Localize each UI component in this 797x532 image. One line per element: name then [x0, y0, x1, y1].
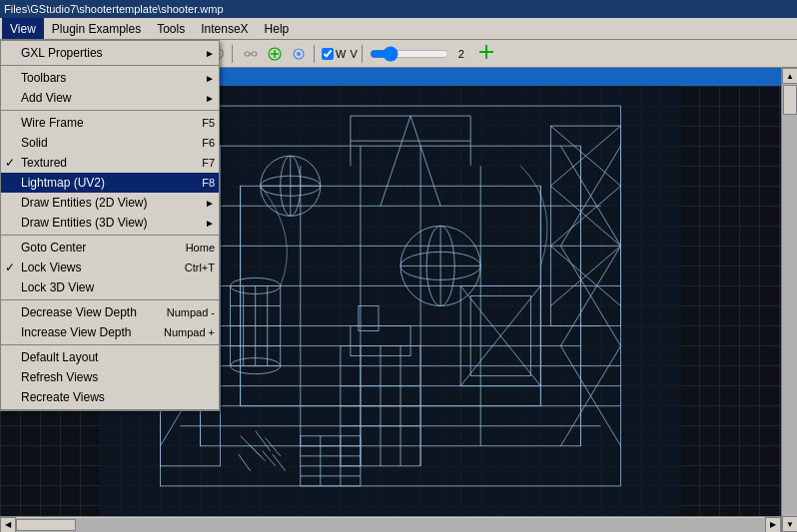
horizontal-scrollbar: ◀ ▶: [0, 516, 781, 532]
menu-increase-depth-label: Increase View Depth: [21, 325, 132, 339]
hscroll-left-btn[interactable]: ◀: [0, 517, 16, 533]
menu-gxl-label: GXL Properties: [21, 46, 103, 60]
menu-lightmap-label: Lightmap (UV2): [21, 176, 105, 190]
menu-default-layout[interactable]: Default Layout: [1, 347, 219, 367]
menu-add-view[interactable]: Add View ►: [1, 88, 219, 108]
toolbar-target[interactable]: [288, 43, 310, 65]
vscroll-up-btn[interactable]: ▲: [782, 68, 797, 84]
main-content: GXL Properties ► Toolbars ► Add View ► W…: [0, 68, 797, 532]
lock-views-check-icon: ✓: [5, 261, 15, 274]
draw-2d-arrow-icon: ►: [205, 198, 215, 209]
toolbar-sep-2: [232, 45, 236, 63]
toolbars-arrow-icon: ►: [205, 73, 215, 84]
menu-recreate-views-label: Recreate Views: [21, 390, 105, 404]
menu-toolbars[interactable]: Toolbars ►: [1, 68, 219, 88]
menu-section-layout: Default Layout Refresh Views Recreate Vi…: [1, 345, 219, 410]
menu-lock-views[interactable]: ✓ Lock Views Ctrl+T: [1, 258, 219, 277]
wire-frame-shortcut: F5: [182, 117, 215, 129]
menu-goto-center-label: Goto Center: [21, 241, 86, 255]
menu-add-view-label: Add View: [21, 91, 71, 105]
menu-draw-2d[interactable]: Draw Entities (2D View) ►: [1, 193, 219, 213]
menu-recreate-views[interactable]: Recreate Views: [1, 387, 219, 407]
w-label: W: [336, 48, 346, 60]
menu-section-depth: Decrease View Depth Numpad - Increase Vi…: [1, 300, 219, 345]
menu-lock-3d[interactable]: Lock 3D View: [1, 277, 219, 297]
menu-textured-label: Textured: [21, 156, 67, 170]
lock-views-shortcut: Ctrl+T: [165, 262, 215, 273]
vscroll-track[interactable]: [782, 84, 797, 516]
menu-lock-3d-label: Lock 3D View: [21, 280, 94, 294]
vscroll-down-btn[interactable]: ▼: [782, 516, 797, 532]
menu-refresh-views[interactable]: Refresh Views: [1, 367, 219, 387]
menu-wire-frame-label: Wire Frame: [21, 116, 84, 130]
title-text: Files\GStudio7\shootertemplate\shooter.w…: [4, 3, 224, 15]
menu-intensex[interactable]: IntenseX: [193, 18, 256, 39]
view-menu-dropdown: GXL Properties ► Toolbars ► Add View ► W…: [0, 40, 220, 411]
menu-lightmap[interactable]: Lightmap (UV2) F8: [1, 173, 219, 193]
vertical-scrollbar: ▲ ▼: [781, 68, 797, 532]
solid-shortcut: F6: [182, 137, 215, 149]
menu-solid-label: Solid: [21, 136, 48, 150]
menu-toolbars-label: Toolbars: [21, 71, 66, 85]
menu-default-layout-label: Default Layout: [21, 350, 98, 364]
menu-section-toolbars: Toolbars ► Add View ►: [1, 66, 219, 111]
menu-plugin-examples[interactable]: Plugin Examples: [44, 18, 149, 39]
textured-check-icon: ✓: [5, 156, 15, 170]
svg-rect-9: [245, 52, 250, 56]
menu-wire-frame[interactable]: Wire Frame F5: [1, 113, 219, 133]
menu-draw-3d[interactable]: Draw Entities (3D View) ►: [1, 213, 219, 233]
toolbar-slider[interactable]: [370, 46, 449, 62]
toolbar-w-checkbox[interactable]: W: [322, 48, 346, 60]
menu-solid[interactable]: Solid F6: [1, 133, 219, 153]
menu-draw-3d-label: Draw Entities (3D View): [21, 216, 147, 230]
menu-section-gxl: GXL Properties ►: [1, 41, 219, 66]
hscroll-thumb[interactable]: [16, 519, 76, 531]
menu-increase-depth[interactable]: Increase View Depth Numpad +: [1, 322, 219, 342]
toolbar-link[interactable]: [240, 43, 262, 65]
menu-refresh-views-label: Refresh Views: [21, 370, 98, 384]
draw-3d-arrow-icon: ►: [205, 218, 215, 229]
menu-gxl-properties[interactable]: GXL Properties ►: [1, 43, 219, 63]
menu-section-views: Wire Frame F5 Solid F6 ✓ Textured F7 Lig…: [1, 111, 219, 236]
toolbar-slider-value: 2: [451, 48, 471, 60]
menu-tools[interactable]: Tools: [149, 18, 193, 39]
v-label: V: [350, 48, 357, 60]
toolbar-sep-4: [362, 45, 366, 63]
increase-depth-shortcut: Numpad +: [144, 326, 215, 338]
menu-draw-2d-label: Draw Entities (2D View): [21, 196, 147, 210]
lightmap-shortcut: F8: [182, 177, 215, 189]
toolbar-sep-3: [314, 45, 318, 63]
menu-section-navigation: Goto Center Home ✓ Lock Views Ctrl+T Loc…: [1, 236, 219, 300]
menu-help[interactable]: Help: [257, 18, 298, 39]
gxl-arrow-icon: ►: [205, 48, 215, 59]
goto-center-shortcut: Home: [166, 242, 215, 254]
decrease-depth-shortcut: Numpad -: [147, 306, 215, 318]
w-check[interactable]: [322, 48, 334, 60]
hscroll-right-btn[interactable]: ▶: [765, 517, 781, 533]
add-view-arrow-icon: ►: [205, 93, 215, 104]
menu-textured[interactable]: ✓ Textured F7: [1, 153, 219, 173]
hscroll-track[interactable]: [16, 518, 765, 532]
svg-point-16: [297, 52, 301, 56]
toolbar-v-checkbox[interactable]: V: [350, 48, 357, 60]
menu-decrease-depth-label: Decrease View Depth: [21, 305, 137, 319]
svg-rect-10: [252, 52, 257, 56]
toolbar-add-button[interactable]: [477, 43, 495, 65]
textured-shortcut: F7: [182, 157, 215, 169]
menu-lock-views-label: Lock Views: [21, 261, 81, 274]
vscroll-thumb[interactable]: [783, 85, 797, 115]
title-bar: Files\GStudio7\shootertemplate\shooter.w…: [0, 0, 797, 18]
toolbar-plus-icon[interactable]: [264, 43, 286, 65]
menu-view[interactable]: View: [2, 18, 44, 39]
menu-bar: View Plugin Examples Tools IntenseX Help: [0, 18, 797, 40]
menu-decrease-depth[interactable]: Decrease View Depth Numpad -: [1, 302, 219, 322]
menu-goto-center[interactable]: Goto Center Home: [1, 238, 219, 258]
